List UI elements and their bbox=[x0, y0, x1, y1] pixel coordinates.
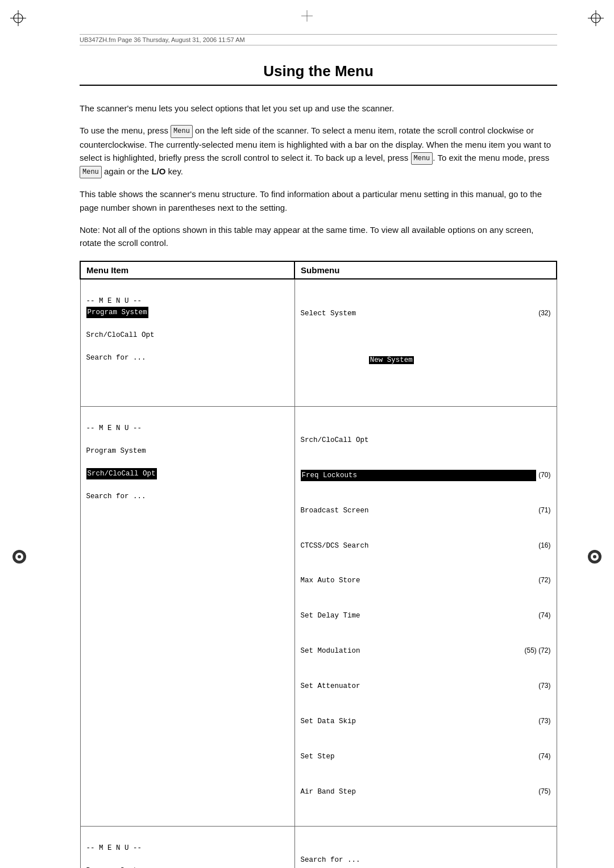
reg-mark-top-left bbox=[10, 10, 26, 28]
submenu-line-mod: Set Modulation (55) (72) bbox=[301, 645, 551, 657]
new-system-highlight: New System bbox=[369, 356, 414, 364]
submenu-text-select: Select System bbox=[301, 308, 537, 320]
menu-key-3: Menu bbox=[80, 166, 102, 179]
submenu-line-step: Set Step (74) bbox=[301, 751, 551, 763]
menu-line-srch: Srch/CloCall Opt bbox=[86, 331, 155, 339]
menu-key-1: Menu bbox=[171, 125, 193, 138]
svg-point-17 bbox=[593, 555, 596, 558]
table-row: -- M E N U -- Program System Srch/CloCal… bbox=[80, 406, 557, 826]
reg-mark-mid-left bbox=[10, 548, 28, 568]
submenu-line-select: Select System (32) bbox=[301, 308, 551, 320]
table-row: -- M E N U -- Program System Srch/CloCal… bbox=[80, 826, 557, 868]
reg-mark-mid-right bbox=[586, 548, 604, 568]
body-para-1: The scanner's menu lets you select optio… bbox=[80, 102, 557, 115]
submenu-cell-3: Search for ... Service Search (59) Edit … bbox=[294, 826, 557, 868]
ctcss-page: (16) bbox=[538, 540, 550, 552]
att-page: (73) bbox=[538, 681, 550, 692]
submenu-display-2: Srch/CloCall Opt Freq Lockouts (70) Broa… bbox=[301, 411, 551, 821]
submenu-line-max: Max Auto Store (72) bbox=[301, 575, 551, 587]
freq-page: (70) bbox=[538, 470, 550, 481]
menu-line-search: Search for ... bbox=[86, 354, 146, 362]
file-header: UB347ZH.fm Page 36 Thursday, August 31, … bbox=[80, 34, 557, 45]
submenu-title-srch: Srch/CloCall Opt bbox=[301, 435, 551, 446]
body-para-3: This table shows the scanner's menu stru… bbox=[80, 187, 557, 214]
col-header-submenu: Submenu bbox=[294, 261, 557, 279]
file-info-text: UB347ZH.fm Page 36 Thursday, August 31, … bbox=[80, 36, 245, 43]
max-auto-page: (72) bbox=[538, 575, 550, 586]
freq-lockouts-highlight: Freq Lockouts bbox=[301, 470, 537, 482]
airband-text: Air Band Step bbox=[301, 786, 537, 798]
reg-mark-top-right bbox=[588, 10, 604, 28]
submenu-line-delay: Set Delay Time (74) bbox=[301, 610, 551, 622]
submenu-line-skip: Set Data Skip (73) bbox=[301, 716, 551, 728]
menu-highlight-2: Srch/CloCall Opt bbox=[86, 468, 157, 479]
att-text: Set Attenuator bbox=[301, 681, 537, 692]
menu3-dashes: -- M E N U -- bbox=[86, 844, 142, 852]
submenu-cell-1: Select System (32) New System bbox=[294, 279, 557, 406]
skip-text: Set Data Skip bbox=[301, 716, 537, 728]
delay-page: (74) bbox=[538, 610, 550, 621]
menu-display-2: -- M E N U -- Program System Srch/CloCal… bbox=[86, 411, 289, 514]
step-page: (74) bbox=[538, 751, 550, 762]
crop-mark-top bbox=[301, 10, 313, 24]
body-para-4: Note: Not all of the options shown in th… bbox=[80, 223, 557, 250]
mod-text: Set Modulation bbox=[301, 645, 522, 657]
submenu-title-search: Search for ... bbox=[301, 854, 551, 866]
menu-table: Menu Item Submenu -- M E N U -- Program … bbox=[80, 261, 557, 868]
svg-point-14 bbox=[18, 555, 21, 558]
submenu-page-32: (32) bbox=[538, 308, 550, 319]
body-para-2: To use the menu, press Menu on the left … bbox=[80, 124, 557, 178]
page-container: UB347ZH.fm Page 36 Thursday, August 31, … bbox=[0, 0, 614, 868]
submenu-highlight-new: New System bbox=[301, 343, 551, 378]
mod-page: (55) (72) bbox=[524, 645, 550, 657]
menu-line-dashes: -- M E N U -- bbox=[86, 297, 142, 305]
menu2-dashes: -- M E N U -- bbox=[86, 424, 142, 432]
table-row: -- M E N U -- Program System Srch/CloCal… bbox=[80, 279, 557, 406]
ctcss-text: CTCSS/DCS Search bbox=[301, 540, 537, 552]
max-auto-text: Max Auto Store bbox=[301, 575, 537, 587]
submenu-line-att: Set Attenuator (73) bbox=[301, 681, 551, 692]
airband-page: (75) bbox=[538, 786, 550, 798]
menu-display-1: -- M E N U -- Program System Srch/CloCal… bbox=[86, 284, 289, 375]
submenu-line-airband: Air Band Step (75) bbox=[301, 786, 551, 798]
menu-display-3: -- M E N U -- Program System Srch/CloCal… bbox=[86, 831, 289, 868]
submenu-display-1: Select System (32) New System bbox=[301, 284, 551, 401]
col-header-menu: Menu Item bbox=[80, 261, 294, 279]
submenu-cell-2: Srch/CloCall Opt Freq Lockouts (70) Broa… bbox=[294, 406, 557, 826]
submenu-display-3: Search for ... Service Search (59) Edit … bbox=[301, 831, 551, 868]
menu-highlight-1: Program System bbox=[86, 307, 148, 318]
submenu-line-ctcss: CTCSS/DCS Search (16) bbox=[301, 540, 551, 552]
submenu-line-broadcast: Broadcast Screen (71) bbox=[301, 505, 551, 517]
menu-item-cell-2: -- M E N U -- Program System Srch/CloCal… bbox=[80, 406, 294, 826]
broadcast-text: Broadcast Screen bbox=[301, 505, 537, 517]
delay-text: Set Delay Time bbox=[301, 610, 537, 622]
menu-key-2: Menu bbox=[411, 152, 433, 165]
submenu-line-freq: Freq Lockouts (70) bbox=[301, 470, 551, 482]
broadcast-page: (71) bbox=[538, 505, 550, 516]
skip-page: (73) bbox=[538, 716, 550, 727]
menu-item-cell-3: -- M E N U -- Program System Srch/CloCal… bbox=[80, 826, 294, 868]
menu2-search: Search for ... bbox=[86, 493, 146, 500]
menu2-prog: Program System bbox=[86, 447, 146, 455]
step-text: Set Step bbox=[301, 751, 537, 763]
page-title: Using the Menu bbox=[80, 62, 557, 86]
menu-item-cell-1: -- M E N U -- Program System Srch/CloCal… bbox=[80, 279, 294, 406]
lo-key: L/O bbox=[151, 166, 165, 176]
